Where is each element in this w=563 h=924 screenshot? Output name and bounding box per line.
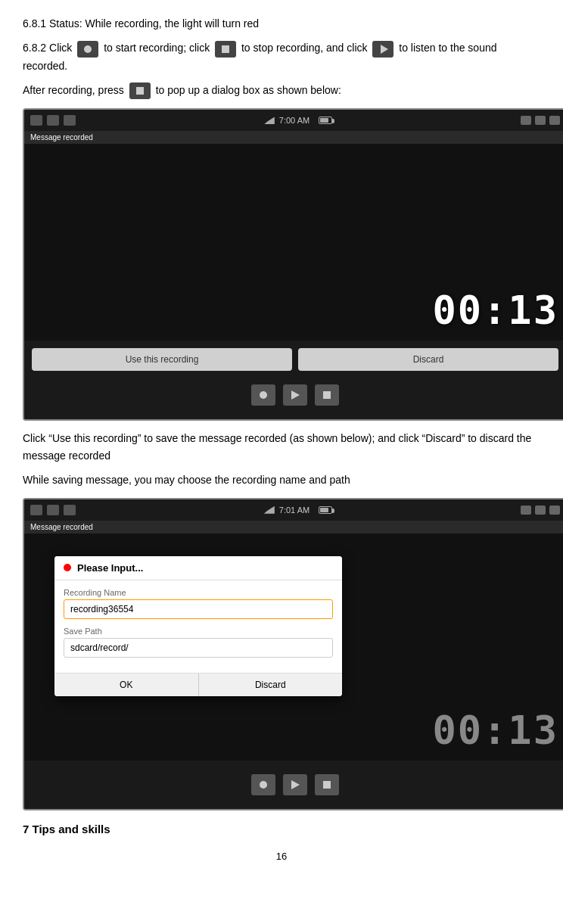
time-display-1: 7:00 AM bbox=[279, 116, 309, 125]
statusbar-right-2 bbox=[521, 506, 560, 515]
back-icon-2 bbox=[64, 505, 76, 515]
dialog-ok-button[interactable]: OK bbox=[54, 674, 198, 696]
statusbar-1: 7:00 AM bbox=[24, 110, 563, 131]
back-arrow-icon bbox=[549, 116, 560, 125]
statusbar-right-1 bbox=[521, 116, 560, 125]
play-triangle-icon-2 bbox=[291, 780, 300, 789]
volume-icon bbox=[521, 116, 531, 125]
menu-icon-2 bbox=[30, 505, 42, 515]
recording-name-label: Recording Name bbox=[64, 588, 333, 597]
record-ctrl-button-2[interactable] bbox=[251, 774, 275, 795]
back-icon bbox=[64, 115, 76, 126]
play-ctrl-button-2[interactable] bbox=[283, 774, 307, 795]
time-display-2: 7:01 AM bbox=[279, 506, 309, 515]
screenshot-1: 7:00 AM Message recorded 00:13 Use this … bbox=[23, 108, 563, 421]
volume-icon-2 bbox=[521, 506, 531, 515]
signal-icon-2 bbox=[264, 506, 275, 514]
menu-icon bbox=[30, 115, 42, 126]
discard-button-1[interactable]: Discard bbox=[298, 348, 558, 371]
record-ctrl-button[interactable] bbox=[251, 384, 275, 406]
playback-controls-2 bbox=[32, 768, 558, 801]
after-recording-suffix: to pop up a dialog box as shown below: bbox=[156, 84, 341, 96]
record-icon bbox=[77, 41, 98, 58]
stop-ctrl-button[interactable] bbox=[315, 384, 339, 406]
battery-icon bbox=[319, 117, 332, 124]
save-path-input[interactable] bbox=[64, 638, 333, 658]
play-triangle-icon bbox=[291, 390, 300, 400]
signal-icon bbox=[264, 117, 275, 124]
after-recording: After recording, press to pop up a dialo… bbox=[23, 82, 540, 99]
section-682-middle2: to stop recording, and click bbox=[241, 42, 368, 54]
section-681-text: 6.8.1 Status: While recording, the light… bbox=[23, 17, 259, 30]
press-icon bbox=[129, 82, 151, 99]
section-682-middle1: to start recording; click bbox=[104, 42, 210, 54]
please-input-dialog: Please Input... Recording Name Save Path… bbox=[54, 556, 342, 696]
playback-controls-1 bbox=[32, 378, 558, 412]
save-path-label: Save Path bbox=[64, 627, 333, 636]
red-dot-icon bbox=[64, 564, 71, 571]
dialog-title: Please Input... bbox=[54, 556, 342, 580]
record-dot-icon-2 bbox=[260, 781, 267, 789]
play-ctrl-button[interactable] bbox=[283, 384, 307, 406]
timer-display-1: 00:13 bbox=[432, 288, 558, 333]
stop-icon bbox=[215, 41, 236, 58]
statusbar-left-1 bbox=[30, 115, 76, 126]
statusbar-center-2: 7:01 AM bbox=[264, 506, 332, 515]
screenshot-2: 7:01 AM Message recorded 00:13 Please In… bbox=[23, 498, 563, 810]
caption-1: Click “Use this recording” to save the m… bbox=[23, 430, 540, 465]
section-682-prefix: 6.8.2 Click bbox=[23, 42, 72, 54]
statusbar-2: 7:01 AM bbox=[24, 499, 563, 521]
timer-display-2: 00:13 bbox=[432, 708, 558, 753]
phone-main-1: 00:13 bbox=[24, 144, 563, 341]
recording-name-input[interactable] bbox=[64, 599, 333, 619]
stop-ctrl-button-2[interactable] bbox=[315, 774, 339, 795]
caption-2: While saving message, you may choose the… bbox=[23, 471, 540, 489]
section-682: 6.8.2 Click to start recording; click to… bbox=[23, 39, 540, 74]
message-badge-2: Message recorded bbox=[24, 521, 563, 534]
home-icon-2 bbox=[47, 505, 59, 515]
phone-main-2: 00:13 Please Input... Recording Name Sav… bbox=[24, 534, 563, 761]
play-icon bbox=[372, 41, 393, 58]
tips-heading: 7 Tips and skills bbox=[23, 823, 540, 835]
use-recording-button[interactable]: Use this recording bbox=[32, 348, 292, 371]
recording-buttons-1: Use this recording Discard bbox=[32, 348, 558, 371]
controls-area-2 bbox=[24, 761, 563, 809]
stop-square-icon-2 bbox=[323, 781, 331, 789]
record-dot-icon bbox=[260, 391, 267, 399]
menu-list-icon bbox=[535, 116, 546, 125]
statusbar-center-1: 7:00 AM bbox=[264, 116, 332, 125]
after-recording-text: After recording, press bbox=[23, 84, 124, 96]
message-badge-1: Message recorded bbox=[24, 131, 563, 144]
home-icon bbox=[47, 115, 59, 126]
controls-area-1: Use this recording Discard bbox=[24, 341, 563, 419]
battery-icon-2 bbox=[319, 506, 332, 514]
stop-square-icon bbox=[323, 391, 331, 399]
dialog-discard-button[interactable]: Discard bbox=[198, 674, 343, 696]
menu-list-icon-2 bbox=[535, 506, 546, 515]
page-number: 16 bbox=[23, 851, 540, 862]
dialog-actions: OK Discard bbox=[54, 673, 342, 696]
statusbar-left-2 bbox=[30, 505, 76, 515]
back-arrow-icon-2 bbox=[549, 506, 560, 515]
section-681: 6.8.1 Status: While recording, the light… bbox=[23, 15, 540, 32]
dialog-body: Recording Name Save Path bbox=[54, 580, 342, 673]
